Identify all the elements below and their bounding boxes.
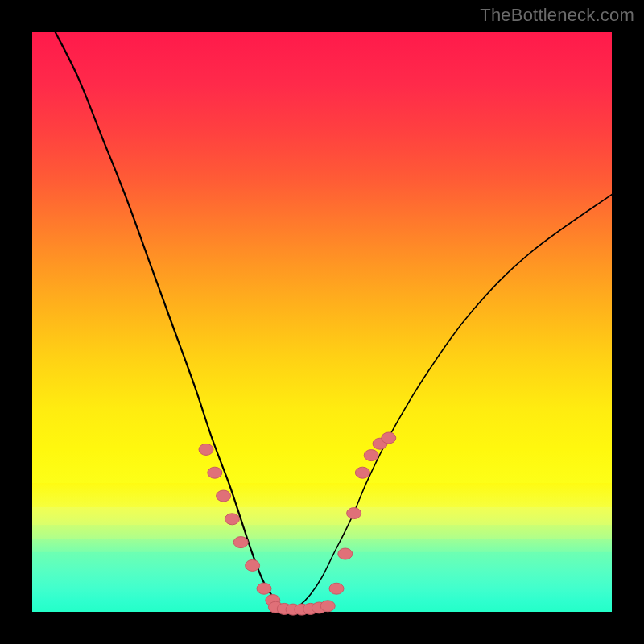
watermark-text: TheBottleneck.com (480, 5, 634, 26)
scatter-dots (199, 432, 396, 615)
data-point (208, 467, 222, 478)
data-point (233, 537, 248, 548)
data-point (364, 450, 378, 461)
chart-frame: TheBottleneck.com (0, 0, 644, 644)
right-curve (287, 195, 612, 612)
data-point (382, 432, 396, 444)
data-point (217, 490, 231, 502)
data-point (347, 508, 361, 519)
plot-area (32, 32, 612, 612)
data-point (257, 583, 271, 594)
left-curve (56, 32, 287, 612)
data-point (225, 514, 239, 525)
curve-layer (32, 32, 612, 612)
data-point (320, 601, 335, 612)
data-point (355, 467, 369, 478)
data-point (338, 548, 353, 559)
data-point (199, 444, 213, 455)
data-point (246, 559, 260, 571)
data-point (329, 583, 344, 594)
